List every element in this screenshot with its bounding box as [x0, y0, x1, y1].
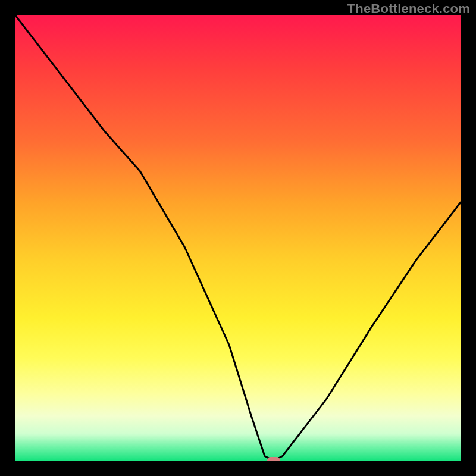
chart-container: TheBottleneck.com: [0, 0, 476, 476]
watermark-text: TheBottleneck.com: [347, 1, 470, 17]
plot-area: [15, 15, 461, 461]
optimal-marker: [267, 457, 280, 461]
bottleneck-curve: [15, 15, 461, 461]
